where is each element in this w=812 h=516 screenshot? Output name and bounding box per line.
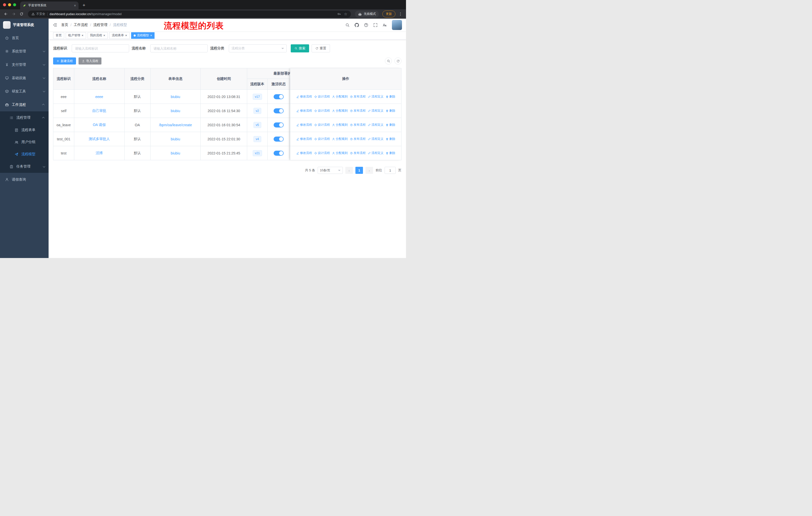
process-name-link[interactable]: 测试多审批人 — [89, 137, 110, 141]
update-button[interactable]: 更新 — [382, 10, 396, 18]
action-assign-link[interactable]: 分配规则 — [332, 137, 348, 141]
action-delete-link[interactable]: 删除 — [386, 123, 396, 127]
active-toggle[interactable] — [273, 94, 284, 99]
sidebar-item-流程管理[interactable]: 流程管理 — [0, 111, 49, 124]
breadcrumb-item[interactable]: 首页 — [61, 23, 68, 27]
form-link[interactable]: /bpm/oa/leave/create — [159, 123, 192, 127]
breadcrumb-item[interactable]: 流程管理 — [93, 23, 108, 27]
process-name-input[interactable] — [150, 44, 208, 52]
create-process-button[interactable]: 新建流程 — [53, 57, 76, 64]
version-tag[interactable]: v2 — [254, 108, 261, 114]
sidebar-item-研发工具[interactable]: 研发工具 — [0, 85, 49, 98]
back-button[interactable] — [2, 10, 9, 18]
close-icon[interactable]: × — [82, 34, 84, 37]
sidebar-item-任务管理[interactable]: 任务管理 — [0, 160, 49, 173]
avatar[interactable] — [392, 20, 402, 30]
process-name-link[interactable]: eeee — [95, 95, 103, 99]
font-size-icon[interactable] — [383, 23, 387, 27]
fullscreen-icon[interactable] — [373, 23, 378, 27]
category-select[interactable]: 流程分类 — [229, 44, 287, 52]
action-delete-link[interactable]: 删除 — [386, 137, 396, 141]
version-tag[interactable]: v21 — [253, 150, 262, 156]
tab-首页[interactable]: 首页 — [53, 32, 64, 39]
action-delete-link[interactable]: 删除 — [386, 109, 396, 113]
action-definition-link[interactable]: 流程定义 — [368, 94, 384, 99]
active-toggle[interactable] — [273, 108, 284, 113]
active-toggle[interactable] — [273, 137, 284, 142]
collapse-sidebar-button[interactable] — [49, 23, 61, 27]
action-edit-link[interactable]: 修改流程 — [296, 151, 312, 155]
action-publish-link[interactable]: 发布流程 — [350, 123, 366, 127]
reset-button[interactable]: 重置 — [312, 44, 330, 52]
tab-租户管理[interactable]: 租户管理× — [66, 32, 86, 39]
sidebar-item-首页[interactable]: 首页 — [0, 31, 49, 45]
action-design-link[interactable]: 设计流程 — [314, 137, 330, 141]
address-bar[interactable]: 不安全 dashboard.yudao.iocoder.cn/bpm/manag… — [28, 10, 351, 18]
version-tag[interactable]: v5 — [254, 122, 261, 128]
action-design-link[interactable]: 设计流程 — [314, 151, 330, 155]
next-page-button[interactable]: › — [366, 167, 373, 174]
page-number-button[interactable]: 1 — [355, 167, 363, 174]
form-link[interactable]: biubiu — [171, 151, 180, 155]
tab-我的流程[interactable]: 我的流程× — [88, 32, 108, 39]
zoom-window-button[interactable] — [13, 3, 16, 6]
form-link[interactable]: biubiu — [171, 137, 180, 141]
reload-button[interactable] — [18, 10, 25, 18]
action-design-link[interactable]: 设计流程 — [314, 123, 330, 127]
close-icon[interactable]: × — [150, 34, 152, 37]
app-logo[interactable]: 芋道管理系统 — [0, 19, 49, 31]
forward-button[interactable] — [10, 10, 17, 18]
action-definition-link[interactable]: 流程定义 — [368, 109, 384, 113]
process-name-link[interactable]: 自己审批 — [92, 109, 106, 113]
process-name-link[interactable]: OA 请假 — [93, 123, 106, 127]
goto-page-input[interactable] — [385, 167, 396, 174]
page-size-select[interactable]: 10条/页 — [318, 167, 343, 174]
prev-page-button[interactable]: ‹ — [345, 167, 353, 174]
close-window-button[interactable] — [3, 3, 6, 6]
action-publish-link[interactable]: 发布流程 — [350, 94, 366, 99]
action-delete-link[interactable]: 删除 — [386, 151, 396, 155]
action-assign-link[interactable]: 分配规则 — [332, 151, 348, 155]
action-edit-link[interactable]: 修改流程 — [296, 137, 312, 141]
sidebar-item-请假查询[interactable]: 请假查询 — [0, 173, 49, 186]
new-tab-button[interactable]: + — [83, 3, 85, 7]
browser-tab[interactable]: 芋道管理系统 × — [20, 1, 79, 9]
sidebar-item-支付管理[interactable]: 支付管理 — [0, 58, 49, 71]
github-icon[interactable] — [355, 23, 359, 27]
action-publish-link[interactable]: 发布流程 — [350, 151, 366, 155]
sidebar-item-流程模型[interactable]: 流程模型 — [0, 148, 49, 160]
action-publish-link[interactable]: 发布流程 — [350, 109, 366, 113]
tab-流程表单[interactable]: 流程表单× — [109, 32, 129, 39]
help-icon[interactable] — [364, 23, 368, 27]
close-icon[interactable]: × — [125, 34, 127, 37]
bookmark-star-icon[interactable]: ☆ — [344, 12, 347, 16]
breadcrumb-item[interactable]: 工作流程 — [74, 23, 88, 27]
sidebar-item-工作流程[interactable]: 工作流程 — [0, 98, 49, 111]
refresh-table-button[interactable] — [395, 57, 402, 64]
action-publish-link[interactable]: 发布流程 — [350, 137, 366, 141]
form-link[interactable]: biubiu — [171, 95, 180, 99]
active-toggle[interactable] — [273, 123, 284, 128]
sidebar-item-用户分组[interactable]: 用户分组 — [0, 136, 49, 148]
version-tag[interactable]: v17 — [253, 94, 262, 100]
sidebar-item-系统管理[interactable]: 系统管理 — [0, 45, 49, 58]
security-chip[interactable]: 不安全 — [31, 12, 45, 16]
version-tag[interactable]: v4 — [254, 136, 261, 142]
action-assign-link[interactable]: 分配规则 — [332, 109, 348, 113]
active-toggle[interactable] — [273, 151, 284, 156]
action-edit-link[interactable]: 修改流程 — [296, 123, 312, 127]
password-key-icon[interactable] — [337, 12, 341, 16]
action-definition-link[interactable]: 流程定义 — [368, 151, 384, 155]
action-edit-link[interactable]: 修改流程 — [296, 109, 312, 113]
minimize-window-button[interactable] — [8, 3, 11, 6]
action-definition-link[interactable]: 流程定义 — [368, 123, 384, 127]
process-key-input[interactable] — [72, 44, 129, 52]
action-design-link[interactable]: 设计流程 — [314, 94, 330, 99]
action-delete-link[interactable]: 删除 — [386, 94, 396, 99]
show-search-button[interactable] — [385, 57, 392, 64]
search-button[interactable]: 搜索 — [291, 44, 309, 52]
sidebar-item-基础设施[interactable]: 基础设施 — [0, 71, 49, 85]
close-icon[interactable]: × — [104, 34, 106, 37]
action-design-link[interactable]: 设计流程 — [314, 109, 330, 113]
sidebar-item-流程表单[interactable]: 流程表单 — [0, 124, 49, 136]
